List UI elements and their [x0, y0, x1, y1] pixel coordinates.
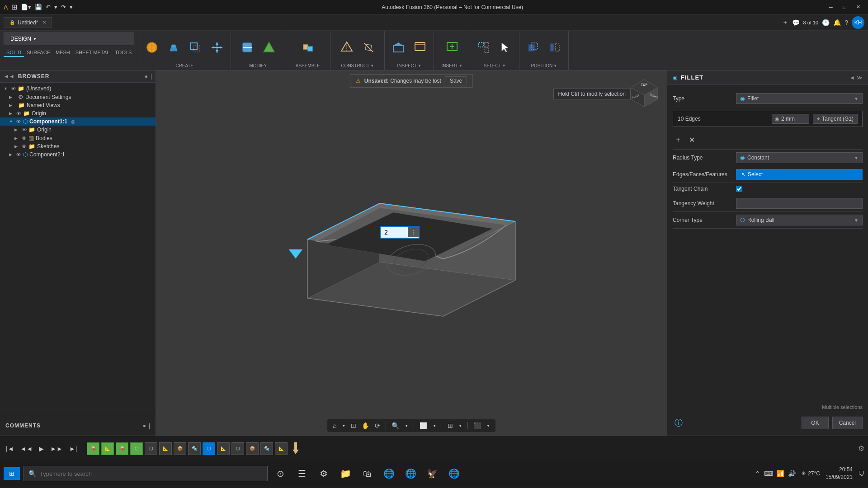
- inspect-btn2[interactable]: [410, 39, 430, 56]
- add-tab-btn[interactable]: ＋: [782, 19, 788, 27]
- tree-item-component1-origin[interactable]: ▶ 👁 📁 Origin: [0, 126, 156, 134]
- construct-btn2[interactable]: [359, 39, 378, 56]
- tl-next-btn[interactable]: ►►: [48, 444, 65, 454]
- appearance-btn[interactable]: ⬛: [472, 421, 483, 430]
- taskbar-app-settings[interactable]: ⚙: [315, 465, 333, 483]
- taskbar-app-explorer[interactable]: 📁: [336, 465, 354, 483]
- surface-tab[interactable]: SURFACE: [24, 49, 53, 57]
- tangent-chain-checkbox[interactable]: [736, 186, 742, 192]
- select-btn1[interactable]: [474, 39, 494, 56]
- assemble-btn[interactable]: [298, 39, 318, 56]
- remove-btn[interactable]: ✕: [687, 133, 697, 146]
- input-more-btn[interactable]: ⋮: [408, 227, 419, 237]
- construct-btn1[interactable]: [337, 39, 357, 56]
- dimension-input[interactable]: 2: [381, 227, 408, 238]
- grid-arrow[interactable]: ▼: [457, 423, 464, 429]
- redo-arrow[interactable]: ▾: [70, 4, 73, 10]
- position-btn2[interactable]: [545, 39, 565, 56]
- network-icon[interactable]: 📶: [777, 470, 784, 477]
- timeline-item-6[interactable]: 📐: [159, 442, 172, 455]
- taskbar-app-chrome2[interactable]: 🌐: [401, 465, 420, 483]
- timeline-item-8[interactable]: 🔩: [188, 442, 201, 455]
- collapse-panel-btn[interactable]: ◄: [849, 75, 855, 81]
- visibility-icon[interactable]: 👁: [22, 136, 27, 141]
- mesh-tab[interactable]: MESH: [53, 49, 73, 57]
- minimize-btn[interactable]: ─: [825, 2, 837, 12]
- taskbar-app-edge[interactable]: 🌐: [445, 465, 463, 483]
- search-input[interactable]: [40, 470, 263, 477]
- tree-item-bodies[interactable]: ▶ 👁 ▦ Bodies: [0, 134, 156, 142]
- edge-tangent-dropdown[interactable]: ⌖ Tangent (G1): [813, 114, 858, 124]
- sketch-btn[interactable]: [185, 39, 205, 56]
- clock-btn[interactable]: 🕐: [822, 19, 830, 26]
- view-home-btn[interactable]: ⌂: [331, 421, 338, 430]
- save-btn[interactable]: 💾: [35, 4, 42, 10]
- sheetmetal-tab[interactable]: SHEET METAL: [73, 49, 112, 57]
- add-btn[interactable]: ＋: [673, 133, 684, 146]
- appearance-arrow[interactable]: ▼: [485, 423, 492, 429]
- edge-value-input[interactable]: ◉: [772, 114, 809, 124]
- tl-marker[interactable]: [289, 442, 302, 455]
- browser-collapse-btn[interactable]: |: [151, 73, 152, 80]
- notification-btn[interactable]: 🗨: [858, 470, 864, 477]
- viewport[interactable]: ⚠ Unsaved: Changes may be lost Save Hold…: [156, 70, 667, 436]
- comments-pin-btn[interactable]: ●: [143, 422, 146, 429]
- display-arrow[interactable]: ▼: [431, 423, 438, 429]
- timeline-item-4[interactable]: ⬡: [130, 442, 143, 455]
- display-mode-btn[interactable]: ⬜: [418, 421, 429, 430]
- position-btn1[interactable]: [523, 39, 543, 56]
- insert-btn[interactable]: [442, 39, 462, 56]
- type-dropdown[interactable]: ◉ Fillet ▼: [736, 93, 863, 104]
- zoom-btn[interactable]: 🔍: [390, 421, 401, 430]
- select-btn[interactable]: ↖ Select: [736, 169, 863, 180]
- zoom-arrow[interactable]: ▼: [403, 423, 410, 429]
- view-fit-btn[interactable]: ⊡: [349, 421, 358, 430]
- expand-arrows-btn[interactable]: ≫: [857, 75, 863, 81]
- new-component-btn[interactable]: [142, 39, 162, 56]
- select-cursor-btn[interactable]: [495, 39, 515, 56]
- undo-arrow[interactable]: ▾: [54, 4, 57, 10]
- edge-mm-input[interactable]: [781, 116, 806, 122]
- user-avatar[interactable]: KH: [852, 16, 864, 29]
- start-btn[interactable]: ⊞: [4, 467, 20, 480]
- timeline-item-5[interactable]: ⬡: [145, 442, 157, 455]
- browser-nav-arrows[interactable]: ◄◄: [4, 73, 14, 80]
- tl-first-btn[interactable]: |◄: [4, 444, 16, 454]
- save-btn[interactable]: Save: [445, 76, 467, 85]
- timeline-item-1[interactable]: 📦: [87, 442, 99, 455]
- visibility-icon[interactable]: 👁: [16, 119, 21, 124]
- document-tab[interactable]: 🔒 Untitled* ✕: [4, 17, 52, 28]
- taskbar-app-store[interactable]: 🛍: [358, 465, 376, 483]
- tl-play-btn[interactable]: ▶: [37, 444, 46, 454]
- bell-btn[interactable]: 🔔: [833, 19, 841, 26]
- view-home-arrow[interactable]: ▼: [340, 423, 347, 429]
- taskbar-app-view[interactable]: ⊙: [271, 465, 289, 483]
- visibility-icon[interactable]: 👁: [16, 152, 21, 157]
- radius-type-dropdown[interactable]: ◉ Constant ▼: [736, 152, 863, 163]
- chat-btn[interactable]: 💬: [792, 19, 800, 26]
- timeline-item-7[interactable]: 📦: [174, 442, 186, 455]
- timeline-item-13[interactable]: 🔩: [260, 442, 273, 455]
- tree-item-component1[interactable]: ▼ 👁 ⬡ Component1:1 ◎: [0, 117, 156, 126]
- tree-item-namedviews[interactable]: ▶ 📁 Named Views: [0, 101, 156, 109]
- ok-btn[interactable]: OK: [802, 417, 828, 429]
- browser-pin-btn[interactable]: ●: [145, 73, 148, 80]
- timeline-item-9[interactable]: ⬡: [203, 442, 215, 455]
- tree-item-unsaved[interactable]: ▼ 👁 📁 (Unsaved): [0, 84, 156, 93]
- timeline-item-11[interactable]: ⬡: [231, 442, 244, 455]
- timeline-item-2[interactable]: 📐: [101, 442, 114, 455]
- modify-btn2[interactable]: [259, 39, 279, 56]
- modify-btn1[interactable]: [237, 39, 257, 56]
- view-pan-btn[interactable]: ✋: [360, 421, 371, 430]
- volume-icon[interactable]: 🔊: [788, 470, 796, 477]
- timeline-item-10[interactable]: 📐: [217, 442, 230, 455]
- grid-btn[interactable]: ⊞: [446, 421, 455, 430]
- visibility-icon[interactable]: 👁: [22, 144, 27, 149]
- taskbar-app-multitask[interactable]: ☰: [293, 465, 311, 483]
- move-btn[interactable]: [207, 39, 227, 56]
- taskbar-app-red[interactable]: 🦅: [423, 465, 441, 483]
- timeline-item-12[interactable]: 📦: [246, 442, 259, 455]
- tl-last-btn[interactable]: ►|: [67, 444, 80, 454]
- tree-item-component2[interactable]: ▶ 👁 ⬡ Component2:1: [0, 150, 156, 159]
- grid-menu-icon[interactable]: ⊞: [11, 3, 17, 11]
